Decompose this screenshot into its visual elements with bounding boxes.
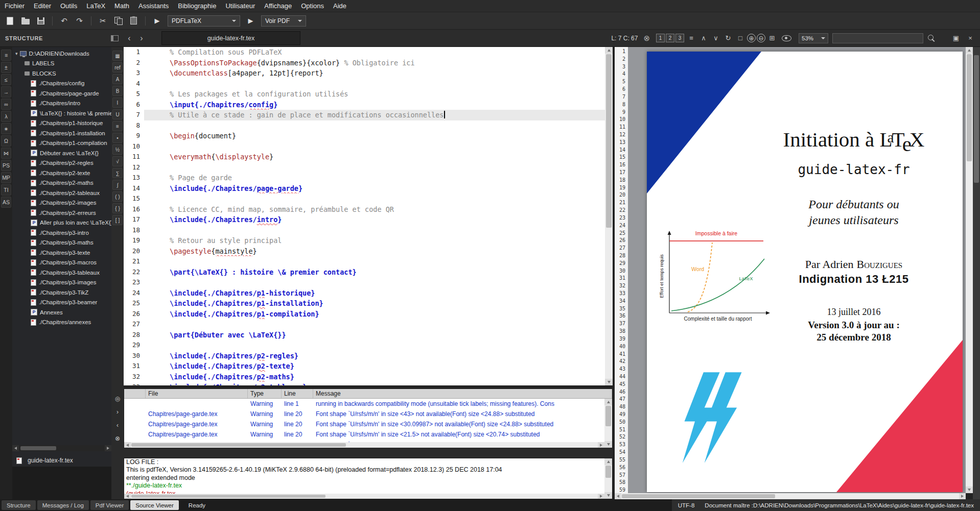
status-tab-source-viewer[interactable]: Source Viewer <box>130 500 179 510</box>
open-file-button[interactable] <box>18 14 32 28</box>
editor-line[interactable]: 28\part{Débuter avec \LaTeX{}} <box>124 330 605 340</box>
editor-line[interactable]: 30\include{./Chapitres/p2-regles} <box>124 351 605 361</box>
fit-page-icon[interactable]: □ <box>735 33 746 44</box>
page-layout-button-1[interactable]: 1 <box>656 34 665 42</box>
editor-line[interactable]: 9\begin{document} <box>124 131 605 141</box>
dock-panel-icon[interactable] <box>111 35 119 41</box>
status-tab-pdf-viewer[interactable]: Pdf Viewer <box>90 500 129 510</box>
structure-item[interactable]: ./Chapitres/p3-macros <box>12 258 111 268</box>
scrollbar-thumb[interactable] <box>622 494 775 498</box>
menu-item-aide[interactable]: Aide <box>329 1 351 11</box>
scroll-right-arrow[interactable] <box>105 445 111 451</box>
document-tab[interactable]: guide-latex-fr.tex <box>161 31 300 45</box>
editor-line[interactable]: 31\include{./Chapitres/p2-texte} <box>124 361 605 372</box>
editor-line[interactable]: 21 <box>124 256 605 267</box>
next-page-icon[interactable]: ∨ <box>710 33 721 44</box>
editor-line[interactable]: 5% Les packages et la configuration util… <box>124 89 605 100</box>
structure-item[interactable]: ./Chapitres/p3-intro <box>12 228 111 238</box>
editor-line[interactable]: 13% Page de garde <box>124 173 605 183</box>
menu-item-options[interactable]: Options <box>296 1 329 11</box>
log-vertical-scrollbar[interactable] <box>604 458 612 499</box>
message-row[interactable]: Chapitres/page-garde.texWarningline 20Fo… <box>124 409 612 419</box>
paren-icon[interactable]: ( ) <box>112 191 123 202</box>
editor-line[interactable]: 18 <box>124 225 605 236</box>
structure-horizontal-scrollbar[interactable] <box>12 445 111 451</box>
next-document-button[interactable]: › <box>136 33 147 44</box>
structure-item[interactable]: ./Chapitres/page-garde <box>12 88 111 99</box>
rotate-icon[interactable]: ↻ <box>722 33 734 44</box>
scroll-down-arrow[interactable] <box>604 441 612 448</box>
scrollbar-thumb[interactable] <box>605 406 611 426</box>
detach-viewer-icon[interactable]: ▣ <box>950 33 962 44</box>
editor-line[interactable]: 27 <box>124 319 605 330</box>
view-command-select[interactable]: Voir PDF <box>261 15 306 27</box>
structure-item[interactable]: ./Chapitres/p3-texte <box>12 248 111 258</box>
editor-line[interactable]: 19% Retour au style principal <box>124 235 605 246</box>
menu-item-editer[interactable]: Editer <box>29 1 56 11</box>
scrollbar-thumb[interactable] <box>131 495 325 498</box>
omega-tab-icon[interactable]: Ω <box>1 135 11 147</box>
messages-horizontal-scrollbar[interactable] <box>124 442 604 448</box>
editor-line[interactable]: 33\include{./Chapitres/p2-tableaux} <box>124 382 605 385</box>
editor-line[interactable]: 23 <box>124 277 605 288</box>
editor-line[interactable]: 2\PassOptionsToPackage{dvipsnames}{xcolo… <box>124 58 605 68</box>
fit-width-icon[interactable]: ⊞ <box>766 33 778 44</box>
zoom-in-icon[interactable]: ⊕ <box>747 34 756 42</box>
pdf-vertical-scrollbar[interactable] <box>966 47 973 493</box>
scroll-left-arrow[interactable] <box>124 494 131 499</box>
message-row[interactable]: Chapitres/page-garde.texWarningline 20Fo… <box>124 419 612 429</box>
scroll-down-arrow[interactable] <box>604 492 612 499</box>
underline-icon[interactable]: U <box>112 109 123 119</box>
arrows-tab-icon[interactable]: → <box>1 86 11 98</box>
zoom-level-select[interactable]: 53% <box>799 33 828 43</box>
structure-item[interactable]: ./Chapitres/p1-installation <box>12 128 111 138</box>
pdf-search-input[interactable] <box>832 33 923 43</box>
structure-item[interactable]: ./Chapitres/p3-images <box>12 278 111 288</box>
stop-log-icon[interactable]: ⊗ <box>112 433 123 444</box>
source-editor[interactable]: 1% Compilation sous PDFLaTeX2\PassOption… <box>124 47 613 385</box>
int-icon[interactable]: ∫ <box>112 180 123 190</box>
scrollbar-thumb[interactable] <box>131 443 346 447</box>
scroll-right-arrow[interactable] <box>598 442 604 448</box>
asymptote-tab-icon[interactable]: AS <box>1 197 11 208</box>
editor-line[interactable]: 29 <box>124 340 605 351</box>
editor-line[interactable]: 12 <box>124 162 605 173</box>
menu-item-fichier[interactable]: Fichier <box>0 1 29 11</box>
prev-message-icon[interactable]: ‹ <box>112 420 123 430</box>
scrollbar-thumb[interactable] <box>967 54 972 161</box>
editor-line[interactable]: 22\part{\LaTeX{} : histoire \& premier c… <box>124 267 605 278</box>
structure-item[interactable]: ./Chapitres/p2-maths <box>12 178 111 188</box>
editor-line[interactable]: 6\input{./Chapitres/config} <box>124 100 605 110</box>
preview-eye-icon[interactable]: ◎ <box>112 394 123 404</box>
next-message-icon[interactable]: › <box>112 407 123 417</box>
editor-line[interactable]: 32\include{./Chapitres/p2-maths} <box>124 372 605 382</box>
structure-item[interactable]: ./Chapitres/annexes <box>12 318 111 328</box>
structure-item[interactable]: ▾D:\ADRIEN\Downloads <box>12 48 111 59</box>
tabular-icon[interactable]: ▦ <box>112 51 123 61</box>
structure-item[interactable]: PAnnexes <box>12 307 111 318</box>
structure-item[interactable]: ./Chapitres/p3-tableaux <box>12 267 111 278</box>
structure-item[interactable]: ./Chapitres/p2-erreurs <box>12 208 111 218</box>
open-document-item[interactable]: guide-latex-fr.tex <box>12 455 111 466</box>
editor-line[interactable]: 15 <box>124 193 605 204</box>
copy-button[interactable] <box>111 14 125 28</box>
continuous-view-icon[interactable]: ≡ <box>686 33 697 44</box>
most-used-tab-icon[interactable]: ∗ <box>1 123 11 134</box>
run-compile-button[interactable]: ▶ <box>150 14 164 28</box>
redo-button[interactable]: ↷ <box>73 14 86 28</box>
sqrt-icon[interactable]: √ <box>112 156 123 166</box>
menu-item-bibliographie[interactable]: Bibliographie <box>173 1 221 11</box>
scroll-right-arrow[interactable] <box>598 494 604 499</box>
misc-math-tab-icon[interactable]: ∞ <box>1 99 11 110</box>
scroll-up-arrow[interactable] <box>604 458 612 465</box>
item-icon[interactable]: • <box>112 133 123 143</box>
structure-item[interactable]: BLOCKS <box>12 68 111 79</box>
expand-arrow-icon[interactable]: ▾ <box>15 51 18 56</box>
editor-line[interactable]: 17\include{./Chapitres/intro} <box>124 214 605 225</box>
editor-line[interactable]: 16% Licence CC, mind map, sommaire, préa… <box>124 204 605 215</box>
structure-item[interactable]: P\LaTeX{} : histoire \& premier contact <box>12 108 111 118</box>
structure-item[interactable]: ./Chapitres/p2-regles <box>12 158 111 168</box>
structure-item[interactable]: ./Chapitres/p3-beamer <box>12 298 111 308</box>
scrollbar-thumb[interactable] <box>606 54 612 228</box>
frac-icon[interactable]: ½ <box>112 144 123 155</box>
